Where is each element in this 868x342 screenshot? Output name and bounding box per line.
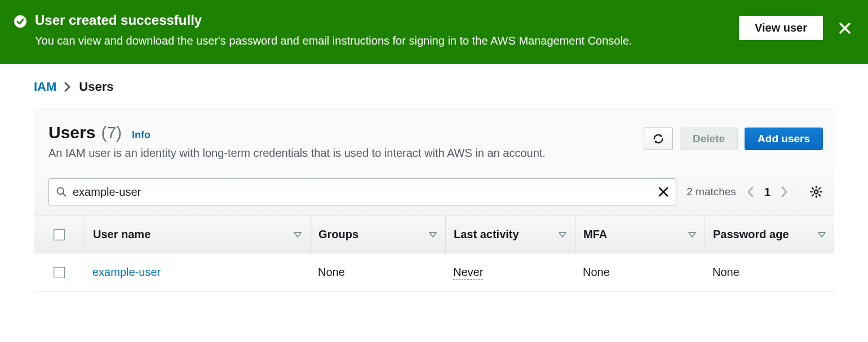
pager-next-icon[interactable] — [781, 186, 789, 198]
add-users-button[interactable]: Add users — [745, 128, 823, 150]
success-banner: User created successfully You can view a… — [0, 0, 868, 64]
row-checkbox[interactable] — [54, 267, 65, 278]
banner-text: User created successfully You can view a… — [35, 12, 725, 49]
last-activity-value: Never — [453, 266, 483, 280]
page-title: Users — [48, 123, 95, 142]
col-groups-label: Groups — [318, 228, 358, 241]
banner-actions: View user — [739, 16, 851, 40]
pager-page-number: 1 — [764, 186, 770, 199]
search-input[interactable] — [73, 186, 658, 199]
page-count: (7) — [101, 123, 122, 142]
settings-button[interactable] — [809, 185, 823, 199]
breadcrumb-root[interactable]: IAM — [34, 80, 56, 94]
users-table: User name Groups Last activity MFA Passw… — [34, 216, 834, 292]
col-password-age[interactable]: Password age — [705, 216, 834, 253]
cell-mfa: None — [575, 266, 705, 279]
table-header-row: User name Groups Last activity MFA Passw… — [34, 216, 834, 253]
row-select-cell — [34, 267, 85, 278]
pager-prev-icon[interactable] — [746, 186, 754, 198]
page-header: Users (7) Info An IAM user is an identit… — [34, 109, 834, 170]
col-groups[interactable]: Groups — [310, 216, 445, 253]
sort-icon — [688, 231, 697, 238]
user-name-link[interactable]: example-user — [92, 266, 161, 278]
divider — [799, 182, 799, 201]
svg-point-0 — [14, 15, 26, 28]
cell-password-age: None — [705, 266, 834, 279]
sort-icon — [428, 231, 437, 238]
gear-icon — [809, 185, 823, 199]
col-mfa[interactable]: MFA — [575, 216, 705, 253]
delete-button[interactable]: Delete — [680, 128, 738, 150]
cell-groups: None — [310, 266, 445, 279]
sort-icon — [293, 231, 302, 238]
banner-title: User created successfully — [35, 12, 725, 28]
success-check-icon — [14, 15, 27, 28]
col-mfa-label: MFA — [583, 228, 607, 241]
filter-row: 2 matches 1 — [34, 170, 834, 216]
breadcrumb-current: Users — [79, 80, 113, 94]
table-row: example-user None Never None None — [34, 253, 834, 292]
svg-point-2 — [814, 190, 818, 194]
page-description: An IAM user is an identity with long-ter… — [48, 146, 556, 161]
sort-icon — [817, 231, 826, 238]
breadcrumb: IAM Users — [34, 80, 834, 109]
view-user-button[interactable]: View user — [739, 16, 823, 40]
refresh-icon — [652, 133, 665, 145]
chevron-right-icon — [64, 82, 71, 92]
select-all-header — [34, 216, 85, 253]
col-user-name[interactable]: User name — [85, 216, 310, 253]
sort-icon — [558, 231, 567, 238]
info-link[interactable]: Info — [132, 129, 150, 141]
match-count: 2 matches — [687, 186, 736, 198]
col-user-name-label: User name — [93, 228, 150, 241]
search-box[interactable] — [48, 178, 676, 205]
refresh-button[interactable] — [644, 128, 673, 150]
col-password-age-label: Password age — [713, 228, 789, 241]
col-last-activity[interactable]: Last activity — [445, 216, 575, 253]
pager: 1 — [746, 186, 789, 199]
banner-description: You can view and download the user's pas… — [35, 33, 725, 49]
select-all-checkbox[interactable] — [54, 229, 65, 240]
cell-user-name: example-user — [85, 266, 310, 279]
col-last-activity-label: Last activity — [454, 228, 519, 241]
clear-search-icon[interactable] — [658, 186, 669, 198]
search-icon — [56, 186, 67, 198]
cell-last-activity: Never — [445, 266, 575, 279]
close-icon[interactable] — [839, 22, 851, 34]
